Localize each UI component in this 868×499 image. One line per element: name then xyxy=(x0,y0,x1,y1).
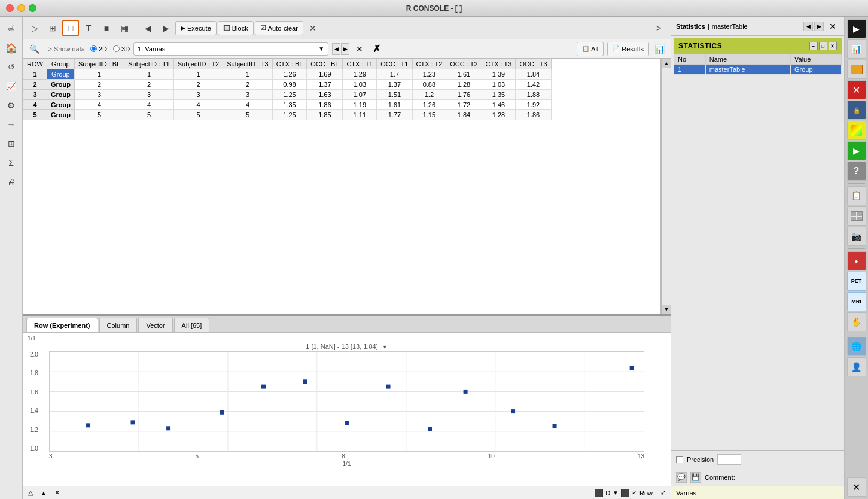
bottom-close-icon[interactable]: ✕ xyxy=(51,488,62,498)
x-axis: 3 5 8 10 13 xyxy=(25,452,668,460)
tb-frame-btn[interactable]: ▦ xyxy=(116,20,133,36)
stats-close[interactable]: ✕ xyxy=(826,20,839,33)
tab-all[interactable]: All [65] xyxy=(174,318,210,332)
left-tb-print[interactable]: 🖨 xyxy=(2,173,20,191)
execute-button[interactable]: ▶ Execute xyxy=(175,21,217,35)
bottom-up-icon[interactable]: ▲ xyxy=(38,488,49,498)
rib-question[interactable]: ? xyxy=(847,162,866,181)
bottom-bar: △ ▲ ✕ D ▼ ✓ Row ⤢ xyxy=(23,486,671,499)
stats-table-row[interactable]: 1masterTableGroup xyxy=(674,65,842,75)
rib-video[interactable]: ▶ xyxy=(847,19,866,38)
bottom-square-btn[interactable] xyxy=(595,489,603,497)
all-button[interactable]: 📋 All xyxy=(577,42,604,56)
tb-next-btn[interactable]: ▶ xyxy=(157,20,174,36)
stats-nav-prev[interactable]: ◀ xyxy=(803,22,813,31)
left-tb-chart[interactable]: 📈 xyxy=(2,77,20,95)
auto-clear-button[interactable]: ☑ Auto-clear xyxy=(255,21,303,35)
rib-user[interactable]: 👤 xyxy=(847,357,866,376)
tab-row-experiment[interactable]: Row (Experiment) xyxy=(26,318,98,332)
dimension-radio-group: 2D 3D xyxy=(90,45,130,53)
radio-2d[interactable]: 2D xyxy=(90,45,107,53)
toolbar-close[interactable]: ✕ xyxy=(304,20,321,36)
rib-settings[interactable] xyxy=(847,60,866,79)
left-tb-arrow[interactable]: → xyxy=(2,115,20,133)
tb-table-btn[interactable]: □ xyxy=(62,20,79,36)
left-tb-settings[interactable]: ⚙ xyxy=(2,96,20,114)
dt-search-icon[interactable]: 🔍 xyxy=(28,42,41,56)
table-row[interactable]: 5Group55551.251.851.111.771.151.841.281.… xyxy=(23,110,552,120)
tb-black-btn[interactable]: ■ xyxy=(98,20,115,36)
dt-close[interactable]: ✕ xyxy=(353,42,366,56)
left-tb-run[interactable]: ⏎ xyxy=(2,20,20,38)
x-axis-label: 1/1 xyxy=(25,461,668,467)
top-toolbar: ▷ ⊞ □ T ■ ▦ ◀ ▶ ▶ Execute 🔲 Block ☑ Auto… xyxy=(23,17,671,39)
dt-cross[interactable]: ✗ xyxy=(370,42,383,56)
table-row[interactable]: 1Group11111.261.691.291.71.231.611.391.8… xyxy=(23,69,552,80)
results-button[interactable]: 📄 Results xyxy=(607,42,649,56)
rib-camera[interactable]: 📷 xyxy=(847,227,866,246)
block-button[interactable]: 🔲 Block xyxy=(218,21,254,35)
bottom-shape-icon[interactable]: △ xyxy=(25,488,36,498)
table-row[interactable]: 4Group44441.351.861.191.611.261.721.461.… xyxy=(23,100,552,110)
bottom-drop-icon[interactable]: ▼ xyxy=(613,489,619,496)
rib-mri[interactable]: MRI xyxy=(847,292,866,311)
rib-lock[interactable]: 🔒 xyxy=(847,101,866,120)
chart-title: 1 [1, NaN] - 13 [13, 1.84] ▼ xyxy=(25,343,668,350)
comment-icon[interactable]: 💬 xyxy=(676,472,687,483)
col-occ-t2: OCC : T2 xyxy=(446,59,482,69)
scroll-down[interactable]: ▼ xyxy=(662,305,671,314)
left-tb-home[interactable]: 🏠 xyxy=(2,39,20,57)
spc-restore[interactable]: □ xyxy=(819,42,827,50)
stats-panel-controls: − □ ✕ xyxy=(809,42,837,50)
minimize-button[interactable] xyxy=(17,4,25,12)
chart-plot-area[interactable]: 2.0 1.8 1.6 1.4 1.2 1.0 xyxy=(49,351,644,452)
ds-next[interactable]: ▶ xyxy=(341,43,349,55)
right-icon-bar: ▶ 📊 ✕ 🔒 ▶ ? 📋 📷 ● PET MRI ✋ 🌐 👤 ✕ xyxy=(844,17,868,499)
show-data-label: => Show data: xyxy=(44,45,87,53)
rib-close-red[interactable]: ✕ xyxy=(847,80,866,99)
precision-checkbox[interactable] xyxy=(676,456,683,463)
chart-svg xyxy=(49,351,644,452)
left-tb-stats[interactable]: Σ xyxy=(2,154,20,172)
col-occ-t3: OCC : T3 xyxy=(516,59,551,69)
stats-separator: | xyxy=(708,23,709,30)
table-row[interactable]: 3Group33331.251.631.071.511.21.761.351.8… xyxy=(23,90,552,100)
tab-column[interactable]: Column xyxy=(99,318,138,332)
precision-input[interactable] xyxy=(717,454,741,465)
table-row[interactable]: 2Group22220.981.371.031.370.881.281.031.… xyxy=(23,80,552,90)
rib-globe[interactable]: 🌐 xyxy=(847,337,866,356)
bottom-check-btn[interactable] xyxy=(621,489,629,497)
bottom-resize-icon[interactable]: ⤢ xyxy=(657,488,668,498)
data-toolbar: 🔍 => Show data: 2D 3D 1. Varnas ▼ ◀ ▶ xyxy=(23,39,671,59)
tb-prev-btn[interactable]: ◀ xyxy=(139,20,156,36)
spc-close[interactable]: ✕ xyxy=(829,42,837,50)
rib-pet[interactable]: PET xyxy=(847,272,866,291)
tb-code-btn[interactable]: ▷ xyxy=(26,20,43,36)
rib-close-panel[interactable]: ✕ xyxy=(847,477,866,497)
radio-3d[interactable]: 3D xyxy=(113,45,130,53)
tb-grid-btn[interactable]: ⊞ xyxy=(44,20,61,36)
rib-table[interactable]: 📋 xyxy=(847,186,866,205)
rib-chart[interactable]: 📊 xyxy=(847,39,866,59)
rib-color[interactable] xyxy=(847,121,866,140)
rib-table2[interactable] xyxy=(847,206,866,226)
close-button[interactable] xyxy=(6,4,14,12)
stats-nav-next[interactable]: ▶ xyxy=(814,22,824,31)
ds-prev[interactable]: ◀ xyxy=(332,43,340,55)
tab-vector[interactable]: Vector xyxy=(138,318,172,332)
rib-red-dot[interactable]: ● xyxy=(847,251,866,270)
left-tb-refresh[interactable]: ↺ xyxy=(2,58,20,76)
spc-minus[interactable]: − xyxy=(809,42,818,50)
comment-save-icon[interactable]: 💾 xyxy=(690,472,701,483)
left-tb-grid[interactable]: ⊞ xyxy=(2,135,20,153)
tb-text-btn[interactable]: T xyxy=(80,20,97,36)
comment-bar: 💬 💾 Comment: xyxy=(671,468,844,486)
toolbar-arrow[interactable]: > xyxy=(650,20,667,36)
dt-stats-icon[interactable]: 📊 xyxy=(653,42,666,56)
rib-hand[interactable]: ✋ xyxy=(847,312,866,331)
y-label-10: 1.0 xyxy=(30,445,38,452)
maximize-button[interactable] xyxy=(29,4,36,12)
rib-play[interactable]: ▶ xyxy=(847,141,866,160)
dataset-select[interactable]: 1. Varnas ▼ xyxy=(133,42,328,56)
scroll-up[interactable]: ▲ xyxy=(662,59,671,68)
